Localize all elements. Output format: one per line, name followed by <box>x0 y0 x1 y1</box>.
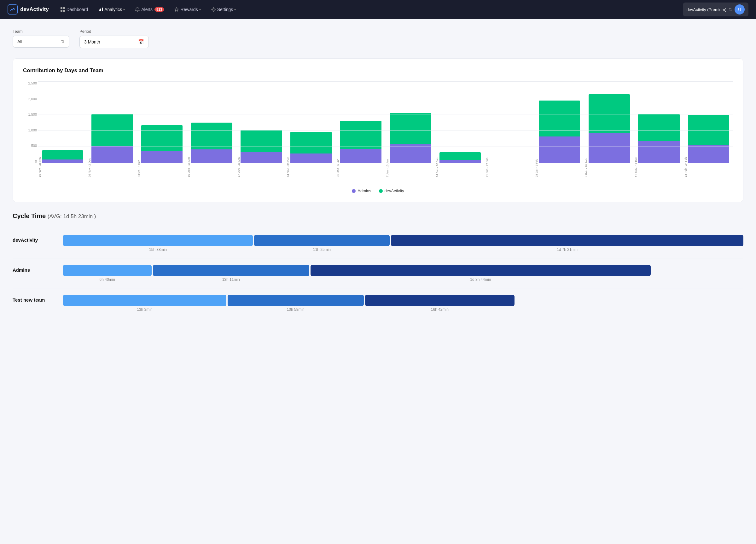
bar-group <box>386 81 435 163</box>
cycle-team-name: devActivity <box>13 235 63 243</box>
bar-devactivity-seg[interactable] <box>340 121 381 149</box>
svg-rect-6 <box>102 8 103 11</box>
bar-devactivity-seg[interactable] <box>241 130 282 152</box>
bar-devactivity-seg[interactable] <box>638 114 679 141</box>
x-label: 11 Feb - 17 Feb <box>635 165 683 178</box>
cycle-label-row: 13h 3min10h 58min16h 42min <box>63 307 743 312</box>
cycle-label-row: 6h 40min13h 11min1d 3h 44min <box>63 277 743 282</box>
bar-devactivity-seg[interactable] <box>439 152 481 160</box>
team-select-chevron: ⇅ <box>61 39 65 44</box>
y-label-1500: 1,500 <box>23 113 37 116</box>
account-chevron: ⇅ <box>729 7 732 12</box>
bar-admins-seg[interactable] <box>390 144 431 163</box>
svg-marker-8 <box>175 8 178 11</box>
bar-group <box>187 81 236 163</box>
y-label-1000: 1,000 <box>23 128 37 132</box>
cycle-bar-segment[interactable] <box>365 295 515 306</box>
bar-admins-seg[interactable] <box>241 152 282 163</box>
legend-admins: Admins <box>352 188 371 193</box>
filters-row: Team All ⇅ Period 3 Month 📅 <box>13 29 743 48</box>
bar-admins-seg[interactable] <box>91 146 133 163</box>
bar-group <box>635 81 683 163</box>
cycle-bars-col: 13h 3min10h 58min16h 42min <box>63 295 743 312</box>
bar-admins-seg[interactable] <box>191 149 232 163</box>
contribution-chart-card: Contribution by Days and Team 0 500 1,00… <box>13 58 743 202</box>
nav-dashboard[interactable]: Dashboard <box>56 4 92 14</box>
bar-group <box>287 81 335 163</box>
account-selector[interactable]: devActivity (Premium) ⇅ U <box>683 3 748 16</box>
bar-group <box>38 81 87 163</box>
cycle-bar-segment[interactable] <box>254 235 390 246</box>
rewards-chevron: ▾ <box>199 8 201 11</box>
cycle-bar-segment[interactable] <box>63 235 253 246</box>
cycle-bar-segment[interactable] <box>391 235 743 246</box>
legend-devactivity-label: devActivity <box>385 188 404 193</box>
cycle-bar-segment[interactable] <box>153 265 309 276</box>
cycle-segment-label: 16h 42min <box>365 307 515 312</box>
x-labels-row: 19 Nov - 25 Nov26 Nov - 2 Dec3 Dec - 9 D… <box>38 165 733 178</box>
cycle-segment-label: 13h 3min <box>63 307 226 312</box>
cycle-time-avg: (AVG: 1d 5h 23min ) <box>48 213 96 219</box>
bar-admins-seg[interactable] <box>539 136 580 163</box>
legend-admins-dot <box>352 189 356 193</box>
svg-point-9 <box>212 9 214 10</box>
x-label: 31 Dec - 6 Jan <box>336 165 385 178</box>
nav-alerts[interactable]: Alerts 813 <box>131 4 168 14</box>
bar-admins-seg[interactable] <box>589 133 630 163</box>
cycle-bar-segment[interactable] <box>311 265 651 276</box>
nav-analytics[interactable]: Analytics ▾ <box>94 4 129 14</box>
bar-admins-seg[interactable] <box>340 149 381 163</box>
team-label: Team <box>13 29 69 34</box>
x-label: 21 Jan - 27 Jan <box>486 165 534 178</box>
bar-devactivity-seg[interactable] <box>589 94 630 133</box>
cycle-bar-segment[interactable] <box>228 295 364 306</box>
y-label-2500: 2,500 <box>23 81 37 85</box>
bar-admins-seg[interactable] <box>141 151 183 163</box>
bar-admins-seg[interactable] <box>688 145 729 163</box>
team-select[interactable]: All ⇅ <box>13 36 69 48</box>
cycle-bar-segment[interactable] <box>63 295 226 306</box>
bar-devactivity-seg[interactable] <box>191 123 232 149</box>
cycle-bar-segment[interactable] <box>63 265 152 276</box>
cycle-time-section: Cycle Time (AVG: 1d 5h 23min ) devActivi… <box>13 212 743 318</box>
bar-group <box>486 81 534 163</box>
chart-plot-area: 19 Nov - 25 Nov26 Nov - 2 Dec3 Dec - 9 D… <box>38 81 733 178</box>
cycle-segment-label: 10h 58min <box>228 307 364 312</box>
app-logo[interactable]: devActivity <box>8 4 49 14</box>
bar-devactivity-seg[interactable] <box>141 125 183 151</box>
svg-rect-3 <box>63 10 65 12</box>
bar-devactivity-seg[interactable] <box>390 113 431 144</box>
cycle-time-title: Cycle Time (AVG: 1d 5h 23min ) <box>13 212 743 220</box>
alerts-badge: 813 <box>154 7 164 12</box>
cycle-team-row: devActivity15h 38min11h 25min1d 7h 21min <box>13 229 743 258</box>
x-label: 18 Feb - 24 Feb <box>684 165 733 178</box>
cycle-segment-label: 1d 7h 21min <box>391 247 743 252</box>
nav-settings[interactable]: Settings ▾ <box>207 4 240 14</box>
bar-devactivity-seg[interactable] <box>688 115 729 145</box>
bar-chart-container: 0 500 1,000 1,500 2,000 2,500 <box>23 81 733 178</box>
bar-devactivity-seg[interactable] <box>290 132 332 153</box>
cycle-bars-col: 15h 38min11h 25min1d 7h 21min <box>63 235 743 252</box>
settings-chevron: ▾ <box>234 8 236 11</box>
cycle-segment-label: 6h 40min <box>63 277 152 282</box>
y-label-500: 500 <box>23 144 37 148</box>
period-filter: Period 3 Month 📅 <box>79 29 149 48</box>
bar-admins-seg[interactable] <box>638 141 679 163</box>
cycle-time-table: devActivity15h 38min11h 25min1d 7h 21min… <box>13 229 743 318</box>
bar-admins-seg[interactable] <box>42 159 83 163</box>
bar-devactivity-seg[interactable] <box>539 101 580 136</box>
bar-admins-seg[interactable] <box>290 153 332 163</box>
x-label: 3 Dec - 9 Dec <box>137 165 186 178</box>
svg-rect-4 <box>99 9 100 11</box>
x-label: 24 Dec - 30 Dec <box>287 165 335 178</box>
period-select[interactable]: 3 Month 📅 <box>79 36 149 48</box>
nav-rewards[interactable]: Rewards ▾ <box>170 4 204 14</box>
team-filter: Team All ⇅ <box>13 29 69 48</box>
y-axis: 0 500 1,000 1,500 2,000 2,500 <box>23 81 37 163</box>
svg-rect-1 <box>63 7 65 9</box>
bar-devactivity-seg[interactable] <box>42 150 83 159</box>
bar-admins-seg[interactable] <box>439 160 481 163</box>
x-label: 10 Dec - 16 Dec <box>187 165 236 178</box>
bar-devactivity-seg[interactable] <box>91 114 133 146</box>
bar-group <box>88 81 137 163</box>
